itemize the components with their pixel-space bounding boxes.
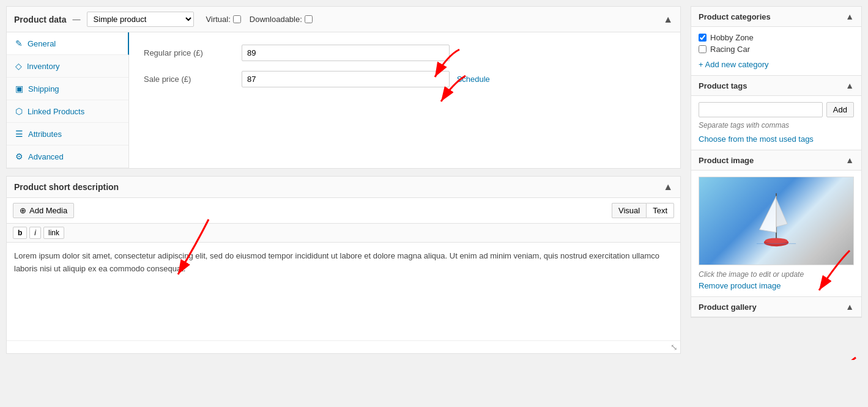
- visual-text-tabs: Visual Text: [612, 203, 674, 218]
- tab-general[interactable]: ✎ General: [7, 32, 129, 55]
- shipping-tab-label: Shipping: [28, 84, 59, 94]
- editor-resize-handle: ⤡: [7, 340, 680, 353]
- add-new-category-link[interactable]: + Add new category: [699, 60, 769, 69]
- product-data-body: ✎ General ◇ Inventory ▣ Shipping ⬡ Linke…: [7, 32, 680, 168]
- sale-price-label: Sale price (£): [144, 75, 242, 84]
- product-image[interactable]: [699, 177, 854, 265]
- downloadable-label[interactable]: Downloadable:: [250, 15, 313, 24]
- right-sidebar: Product categories ▲ Hobby Zone Racing C…: [691, 6, 862, 354]
- virtual-checkbox[interactable]: [233, 15, 241, 23]
- advanced-tab-label: Advanced: [28, 152, 64, 161]
- sale-price-row: Sale price (£) Schedule: [144, 71, 666, 87]
- image-edit-hint: Click the image to edit or update: [699, 270, 854, 279]
- remove-product-image-link[interactable]: Remove product image: [699, 281, 781, 290]
- product-data-collapse-btn[interactable]: ▲: [663, 14, 673, 25]
- general-tab-content: Regular price (£) Sale price (£) Schedul…: [129, 32, 680, 168]
- svg-point-9: [765, 238, 788, 243]
- inventory-tab-label: Inventory: [27, 62, 59, 71]
- product-image-panel: Product image ▲: [691, 150, 862, 296]
- regular-price-input[interactable]: [242, 45, 450, 61]
- categories-panel-toggle[interactable]: ▲: [845, 12, 854, 21]
- add-media-label: Add Media: [29, 206, 67, 215]
- product-data-header: Product data — Simple product Grouped pr…: [7, 7, 680, 32]
- category-racing-car-label: Racing Car: [710, 45, 750, 54]
- tags-panel-toggle[interactable]: ▲: [845, 81, 854, 90]
- categories-panel-title: Product categories: [699, 12, 845, 21]
- add-media-icon: ⊕: [20, 206, 26, 215]
- categories-panel-header[interactable]: Product categories ▲: [691, 7, 861, 27]
- tags-hint: Separate tags with commas: [699, 121, 854, 130]
- tabs-sidebar: ✎ General ◇ Inventory ▣ Shipping ⬡ Linke…: [7, 32, 129, 168]
- link-button[interactable]: link: [43, 227, 64, 239]
- short-desc-header: Product short description ▲: [7, 177, 680, 198]
- short-desc-title: Product short description: [14, 182, 119, 192]
- tags-input-row: Add: [699, 102, 854, 117]
- attributes-tab-label: Attributes: [28, 130, 62, 139]
- category-racing-car: Racing Car: [699, 45, 854, 54]
- product-data-dash: —: [73, 15, 81, 24]
- tab-shipping[interactable]: ▣ Shipping: [7, 78, 128, 100]
- regular-price-label: Regular price (£): [144, 48, 242, 57]
- add-media-button[interactable]: ⊕ Add Media: [13, 203, 74, 218]
- categories-panel: Product categories ▲ Hobby Zone Racing C…: [691, 6, 862, 75]
- category-racing-car-checkbox[interactable]: [699, 45, 707, 53]
- product-data-panel: Product data — Simple product Grouped pr…: [6, 6, 681, 169]
- general-tab-label: General: [28, 39, 56, 48]
- regular-price-row: Regular price (£): [144, 45, 666, 61]
- bold-button[interactable]: b: [13, 227, 27, 239]
- product-image-panel-toggle[interactable]: ▲: [845, 155, 854, 165]
- sailboat-illustration: [752, 188, 801, 255]
- categories-panel-body: Hobby Zone Racing Car + Add new category: [691, 27, 861, 75]
- sale-price-input-wrapper: Schedule: [242, 71, 666, 87]
- product-image-panel-title: Product image: [699, 156, 845, 165]
- category-hobby-zone: Hobby Zone: [699, 33, 854, 42]
- svg-marker-7: [776, 199, 787, 227]
- resize-icon[interactable]: ⤡: [670, 342, 678, 352]
- product-image-panel-header[interactable]: Product image ▲: [691, 150, 861, 170]
- editor-content-area[interactable]: Lorem ipsum dolor sit amet, consectetur …: [7, 243, 680, 340]
- editor-format-bar: b i link: [7, 224, 680, 243]
- tab-attributes[interactable]: ☰ Attributes: [7, 123, 128, 145]
- regular-price-input-wrapper: [242, 45, 666, 61]
- inventory-tab-icon: ◇: [15, 61, 22, 71]
- advanced-tab-icon: ⚙: [15, 152, 23, 161]
- linked-products-tab-icon: ⬡: [15, 106, 23, 116]
- product-type-select[interactable]: Simple product Grouped product External/…: [87, 12, 194, 27]
- linked-products-tab-label: Linked Products: [28, 107, 84, 116]
- tags-input[interactable]: [699, 102, 823, 117]
- short-description-panel: Product short description ▲ ⊕ Add Media …: [6, 176, 681, 354]
- general-tab-icon: ✎: [15, 38, 23, 48]
- category-hobby-zone-checkbox[interactable]: [699, 34, 707, 42]
- product-gallery-panel-header[interactable]: Product gallery ▲: [691, 297, 861, 317]
- product-image-container[interactable]: [699, 177, 854, 265]
- shipping-tab-icon: ▣: [15, 84, 23, 94]
- italic-button[interactable]: i: [29, 227, 41, 239]
- product-tags-panel: Product tags ▲ Add Separate tags with co…: [691, 75, 862, 150]
- tags-add-button[interactable]: Add: [826, 102, 854, 117]
- editor-toolbar: ⊕ Add Media Visual Text: [7, 198, 680, 224]
- sale-price-input[interactable]: [242, 71, 450, 87]
- tab-inventory[interactable]: ◇ Inventory: [7, 55, 128, 78]
- downloadable-checkbox[interactable]: [305, 15, 313, 23]
- schedule-link[interactable]: Schedule: [457, 75, 490, 84]
- product-gallery-panel-toggle[interactable]: ▲: [845, 302, 854, 312]
- tags-panel-body: Add Separate tags with commas Choose fro…: [691, 96, 861, 150]
- tags-panel-title: Product tags: [699, 81, 845, 90]
- virtual-downloadable-options: Virtual: Downloadable:: [206, 15, 313, 24]
- category-hobby-zone-label: Hobby Zone: [710, 33, 754, 42]
- product-image-panel-body: Click the image to edit or update Remove…: [691, 170, 861, 296]
- attributes-tab-icon: ☰: [15, 129, 23, 139]
- visual-tab[interactable]: Visual: [612, 203, 646, 218]
- product-data-title: Product data: [14, 15, 67, 24]
- tags-panel-header[interactable]: Product tags ▲: [691, 76, 861, 96]
- product-gallery-panel-title: Product gallery: [699, 302, 845, 312]
- svg-marker-6: [760, 196, 777, 232]
- tags-most-used-link[interactable]: Choose from the most used tags: [699, 134, 814, 144]
- tab-linked-products[interactable]: ⬡ Linked Products: [7, 100, 128, 123]
- product-gallery-panel: Product gallery ▲: [691, 296, 862, 318]
- editor-text: Lorem ipsum dolor sit amet, consectetur …: [14, 250, 673, 276]
- text-tab[interactable]: Text: [646, 203, 674, 218]
- tab-advanced[interactable]: ⚙ Advanced: [7, 145, 128, 168]
- virtual-label[interactable]: Virtual:: [206, 15, 241, 24]
- short-desc-collapse-btn[interactable]: ▲: [663, 182, 673, 193]
